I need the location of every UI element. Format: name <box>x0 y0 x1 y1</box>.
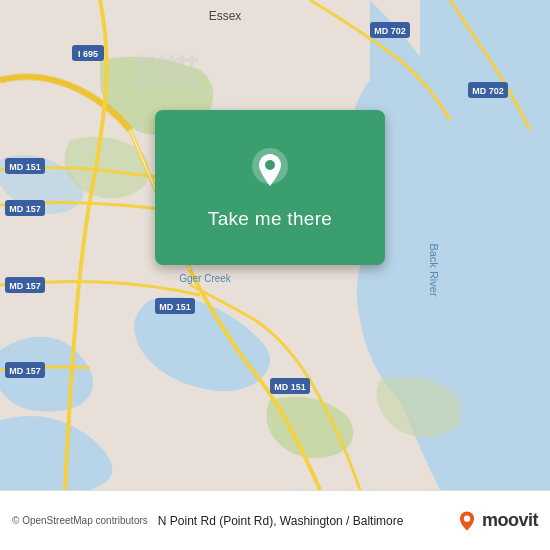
svg-point-32 <box>265 160 275 170</box>
svg-rect-7 <box>136 58 198 62</box>
svg-text:MD 702: MD 702 <box>374 26 406 36</box>
attribution: © OpenStreetMap contributors <box>12 515 148 526</box>
take-me-there-label: Take me there <box>208 208 332 230</box>
svg-text:MD 702: MD 702 <box>472 86 504 96</box>
svg-text:Essex: Essex <box>209 9 242 23</box>
svg-text:MD 157: MD 157 <box>9 366 41 376</box>
svg-text:Back River: Back River <box>428 243 440 297</box>
location-text: N Point Rd (Point Rd), Washington / Balt… <box>158 514 404 528</box>
svg-text:MD 151: MD 151 <box>9 162 41 172</box>
svg-text:MD 157: MD 157 <box>9 204 41 214</box>
svg-rect-9 <box>136 78 198 82</box>
svg-text:Gger Creek: Gger Creek <box>179 273 232 284</box>
svg-text:MD 151: MD 151 <box>274 382 306 392</box>
svg-point-33 <box>464 515 470 521</box>
info-bar: © OpenStreetMap contributors N Point Rd … <box>0 490 550 550</box>
location-info: N Point Rd (Point Rd), Washington / Balt… <box>148 514 456 528</box>
svg-text:MD 151: MD 151 <box>159 302 191 312</box>
svg-rect-8 <box>136 68 198 72</box>
svg-text:I 695: I 695 <box>78 49 98 59</box>
moovit-pin-icon <box>456 510 478 532</box>
map-container: I 695 MD 702 MD 702 MD 151 MD 157 MD 157… <box>0 0 550 490</box>
moovit-logo: moovit <box>456 510 538 532</box>
svg-text:MD 157: MD 157 <box>9 281 41 291</box>
moovit-text: moovit <box>482 510 538 531</box>
location-pin-icon <box>246 146 294 194</box>
take-me-there-card[interactable]: Take me there <box>155 110 385 265</box>
